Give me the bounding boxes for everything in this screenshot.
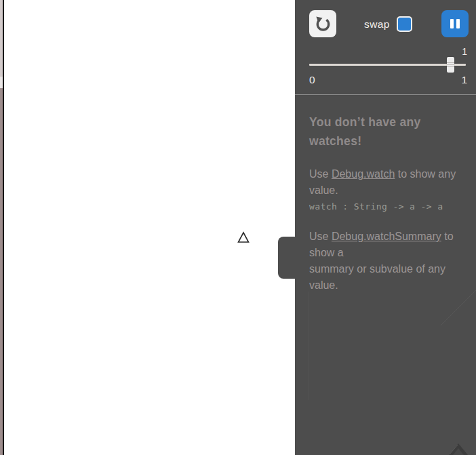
timeline-slider-thumb[interactable] <box>447 57 454 73</box>
restart-icon <box>314 15 332 33</box>
section-divider <box>295 94 476 95</box>
restart-button[interactable] <box>309 10 336 37</box>
watermark-diagonal-line <box>441 290 476 325</box>
swap-label: swap <box>364 18 390 31</box>
slider-current-value: 1 <box>462 46 467 57</box>
watermark-vertical-line <box>309 292 309 400</box>
watch-summary-line2: summary or subvalue of any value. <box>309 261 462 294</box>
app-canvas <box>4 0 295 455</box>
elm-logo-watermark <box>448 443 469 455</box>
triangle-icon <box>237 231 250 243</box>
watch-help-paragraph: Use Debug.watch to show any value. <box>309 166 462 199</box>
swap-checkbox[interactable] <box>397 16 412 32</box>
slider-min-label: 0 <box>309 74 315 86</box>
watch-summary-help-paragraph: Use Debug.watchSummary to show a summary… <box>309 229 462 294</box>
debugger-panel: swap 1 0 1 You don’t have any watches! U… <box>295 0 476 455</box>
watch-summary-prefix: Use <box>309 231 332 242</box>
watch-type-signature: watch : String -> a -> a <box>309 201 443 212</box>
debug-watch-link[interactable]: Debug.watch <box>332 168 395 180</box>
watch-help-prefix: Use <box>309 168 332 180</box>
pause-icon <box>450 19 460 28</box>
timeline-slider-track[interactable] <box>309 64 466 66</box>
debug-watch-summary-link[interactable]: Debug.watchSummary <box>332 231 441 242</box>
watches-empty-heading: You don’t have any watches! <box>309 113 445 151</box>
pause-button[interactable] <box>441 10 469 37</box>
slider-max-label: 1 <box>461 74 467 86</box>
debugger-tab-handle[interactable] <box>278 237 296 279</box>
